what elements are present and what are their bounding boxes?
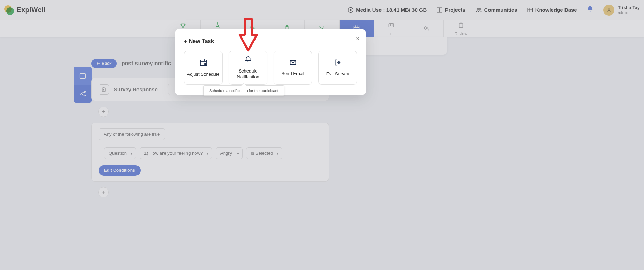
task-exit-label: Exit Survey	[326, 71, 349, 77]
close-icon: ×	[356, 35, 360, 42]
envelope-icon	[288, 59, 298, 68]
task-schedule-notification[interactable]: Schedule Notification	[229, 51, 267, 85]
task-adjust-schedule[interactable]: Adjust Schedule	[184, 51, 223, 85]
bell-outline-icon	[244, 55, 252, 66]
task-email-label: Send Email	[281, 71, 304, 77]
tooltip-text: Schedule a notification for the particip…	[209, 88, 278, 93]
task-notify-label: Schedule Notification	[229, 68, 267, 80]
calendar-edit-icon	[199, 58, 208, 69]
task-exit-survey[interactable]: Exit Survey	[318, 51, 357, 85]
close-modal-button[interactable]: ×	[356, 35, 360, 43]
task-tooltip: Schedule a notification for the particip…	[203, 85, 284, 96]
svg-rect-53	[290, 60, 296, 65]
modal-title: + New Task	[184, 38, 357, 44]
task-adjust-label: Adjust Schedule	[187, 71, 220, 77]
svg-rect-49	[200, 60, 207, 66]
exit-icon	[333, 59, 342, 68]
task-send-email[interactable]: Send Email	[274, 51, 312, 85]
